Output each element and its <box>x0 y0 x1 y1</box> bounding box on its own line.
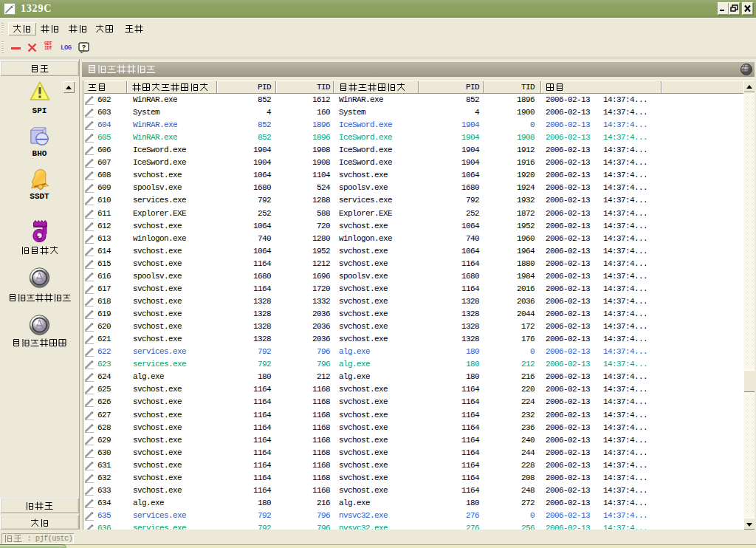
svg-text:?: ? <box>82 44 86 51</box>
